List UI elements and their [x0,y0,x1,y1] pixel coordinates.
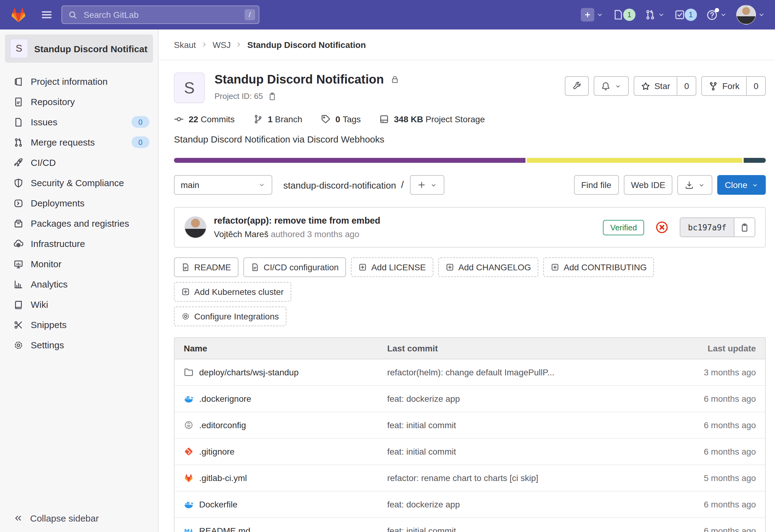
add-changelog-button[interactable]: Add CHANGELOG [438,257,539,277]
issues-icon [14,117,23,127]
notifications-button[interactable] [593,76,628,96]
configure-integrations-button[interactable]: Configure Integrations [174,307,286,326]
sidebar-item-label: Project information [31,76,108,87]
menu-hamburger-icon[interactable] [41,9,53,21]
sidebar-item-packages-registries[interactable]: Packages and registries [0,213,158,233]
gitlab-logo-icon[interactable] [10,6,27,23]
wrench-icon [572,81,581,91]
sidebar-item-monitor[interactable]: Monitor [0,254,158,274]
sidebar-item-deployments[interactable]: Deployments [0,193,158,213]
table-row[interactable]: .dockerignore feat: dockerize app 6 mont… [174,386,765,412]
repo-path[interactable]: standup-discord-notification [283,180,396,190]
merge-request-icon [645,9,656,20]
readme-button[interactable]: README [174,257,238,277]
help-menu-button[interactable] [706,9,727,21]
sidebar-item-wiki[interactable]: Wiki [0,294,158,315]
breadcrumb-project[interactable]: Standup Discord Notification [247,40,366,49]
search-input[interactable] [82,9,239,20]
file-name[interactable]: README.md [199,526,250,532]
sidebar-item-repository[interactable]: Repository [0,92,158,112]
file-commit-message[interactable]: feat: dockerize app [387,394,647,404]
file-commit-message[interactable]: feat: initial commit [387,526,647,532]
disk-icon [379,114,389,124]
table-row[interactable]: README.md feat: initial commit 6 months … [174,518,765,532]
commit-author-avatar[interactable] [184,216,206,238]
file-name[interactable]: deploy/charts/wsj-standup [199,367,299,377]
cicd-configuration-label: CI/CD configuration [264,262,338,272]
sidebar-item-project-information[interactable]: Project information [0,71,158,92]
sidebar-item-security-compliance[interactable]: Security & Compliance [0,173,158,193]
commit-icon [174,114,184,124]
file-name[interactable]: .editorconfig [199,420,246,430]
screenshot-viewport: / 1 [0,0,775,532]
add-license-button[interactable]: Add LICENSE [351,257,433,277]
sidebar-item-cicd[interactable]: CI/CD [0,152,158,173]
web-ide-button[interactable]: Web IDE [624,175,673,195]
pipeline-failed-icon[interactable] [656,221,669,234]
copy-project-id-button[interactable] [268,92,276,100]
file-commit-message[interactable]: feat: dockerize app [387,499,647,509]
file-name[interactable]: .gitignore [199,447,234,456]
file-commit-message[interactable]: feat: initial commit [387,420,647,430]
admin-wrench-button[interactable] [565,76,589,96]
add-kubernetes-cluster-button[interactable]: Add Kubernetes cluster [174,282,291,302]
tag-icon [321,114,331,124]
commit-title[interactable]: refactor(app): remove time from embed [214,216,380,225]
breadcrumb-group[interactable]: Skaut [174,40,196,49]
add-file-dropdown[interactable] [410,175,444,195]
header-last-update: Last update [647,343,765,353]
breadcrumb-subgroup[interactable]: WSJ [213,40,231,49]
copy-sha-button[interactable] [734,218,755,237]
table-row[interactable]: deploy/charts/wsj-standup refactor(helm)… [174,359,765,386]
global-search[interactable]: / [61,6,259,24]
find-file-button[interactable]: Find file [574,175,619,195]
todos-menu-button[interactable]: 1 [674,9,697,21]
table-row[interactable]: Dockerfile feat: dockerize app 6 months … [174,491,765,518]
file-name[interactable]: .gitlab-ci.yml [199,473,247,483]
new-menu-button[interactable] [581,8,604,22]
branches-stat[interactable]: 1 Branch [253,114,302,124]
sidebar-item-issues[interactable]: Issues 0 [0,112,158,132]
collapse-sidebar-label: Collapse sidebar [30,513,99,523]
plus-square-icon [358,263,367,272]
merge-requests-menu-button[interactable] [645,9,665,20]
notification-dot [715,8,719,12]
branch-selector[interactable]: main [174,175,272,195]
collapse-sidebar-button[interactable]: Collapse sidebar [0,504,158,532]
rocket-icon [14,158,23,167]
commits-stat[interactable]: 22 Commits [174,114,234,124]
file-commit-message[interactable]: refactor: rename chart to charts [ci ski… [387,473,647,483]
file-commit-message[interactable]: refactor(helm): change default ImagePull… [387,367,647,377]
bell-icon [601,81,610,91]
chevron-down-icon [699,182,705,188]
sidebar-item-infrastructure[interactable]: Infrastructure [0,233,158,254]
star-button[interactable]: Star 0 [633,76,696,96]
sidebar-item-merge-requests[interactable]: Merge requests 0 [0,132,158,152]
sidebar-project-context[interactable]: S Standup Discord Notificati... [5,34,153,63]
issues-menu-button[interactable]: 1 [613,9,636,21]
fork-count[interactable]: 0 [746,77,765,95]
sidebar-item-snippets[interactable]: Snippets [0,315,158,335]
clone-button[interactable]: Clone [718,175,766,195]
verified-badge[interactable]: Verified [603,220,644,235]
file-commit-message[interactable]: feat: initial commit [387,447,647,456]
tags-stat[interactable]: 0 Tags [321,114,361,124]
table-row[interactable]: .gitignore feat: initial commit 6 months… [174,439,765,465]
repo-quick-actions: README CI/CD configuration Add LICENSE A… [174,257,766,302]
star-count[interactable]: 0 [677,77,696,95]
user-avatar [736,5,756,25]
download-dropdown[interactable] [678,175,713,195]
language-bar[interactable] [174,158,766,163]
storage-stat[interactable]: 348 KB Project Storage [379,114,485,124]
file-name[interactable]: .dockerignore [199,394,251,404]
table-row[interactable]: .gitlab-ci.yml refactor: rename chart to… [174,465,765,491]
sidebar-item-analytics[interactable]: Analytics [0,274,158,294]
user-menu-button[interactable] [736,5,765,25]
add-contributing-button[interactable]: Add CONTRIBUTING [543,257,654,277]
commit-author[interactable]: Vojtěch Mareš [214,229,268,239]
table-row[interactable]: .editorconfig feat: initial commit 6 mon… [174,412,765,439]
cicd-configuration-button[interactable]: CI/CD configuration [243,257,346,277]
sidebar-item-settings[interactable]: Settings [0,335,158,355]
file-name[interactable]: Dockerfile [199,499,237,509]
fork-button[interactable]: Fork 0 [701,76,766,96]
